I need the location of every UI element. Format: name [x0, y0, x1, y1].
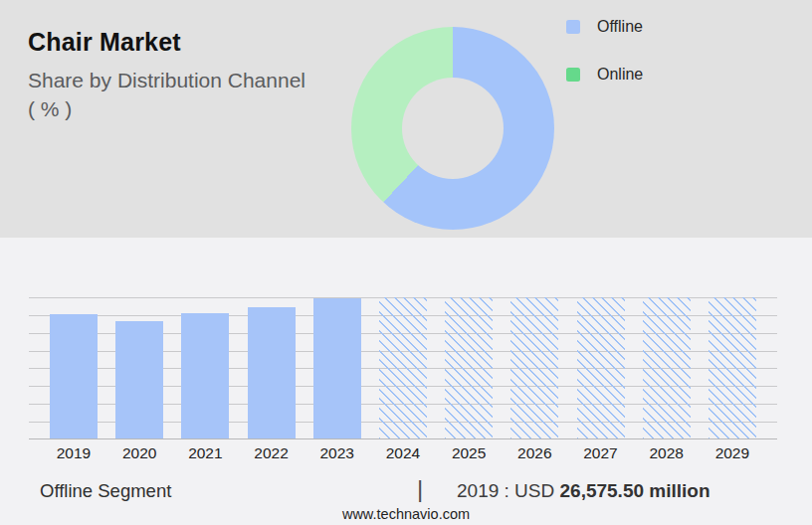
segment-label: Offline Segment — [40, 480, 171, 502]
bar-slot — [115, 297, 163, 438]
x-axis-label-2021: 2021 — [181, 444, 229, 462]
subtitle-line-1: Share by Distribution Channel — [28, 66, 305, 94]
chart-legend: OfflineOnline — [566, 13, 643, 108]
bar-slot — [445, 297, 493, 438]
x-axis-label-2024: 2024 — [379, 444, 427, 462]
bar-2023 — [313, 298, 361, 438]
x-axis-label-2027: 2027 — [577, 444, 625, 462]
subtitle-line-2: ( % ) — [28, 94, 305, 123]
bar-chart-section: 2019202020212022202320242025202620272028… — [0, 238, 812, 525]
legend-label: Online — [597, 66, 643, 84]
bar-slot — [709, 297, 756, 438]
forecast-bar-2024 — [379, 297, 427, 438]
x-axis-label-2025: 2025 — [445, 444, 493, 462]
x-axis-label-2023: 2023 — [313, 444, 361, 462]
bar-slot — [379, 297, 427, 438]
bar-slot — [248, 297, 296, 438]
bar-2020 — [115, 321, 163, 438]
bar-2022 — [248, 307, 296, 439]
legend-item: Online — [566, 61, 643, 88]
caption-separator: | — [417, 475, 423, 503]
x-axis-label-2022: 2022 — [248, 444, 296, 462]
header-section: Chair Market Share by Distribution Chann… — [0, 0, 812, 238]
page-subtitle: Share by Distribution Channel ( % ) — [28, 66, 305, 123]
forecast-bar-2027 — [577, 297, 625, 438]
website-link[interactable]: www.technavio.com — [0, 506, 812, 522]
x-axis-label-2028: 2028 — [643, 444, 691, 462]
x-axis-labels: 2019202020212022202320242025202620272028… — [29, 444, 777, 462]
infographic-page: Chair Market Share by Distribution Chann… — [0, 0, 812, 525]
bar-2019 — [50, 314, 98, 438]
bar-slot — [50, 297, 98, 438]
bars-container — [29, 297, 777, 438]
x-axis-label-2020: 2020 — [115, 444, 163, 462]
legend-label: Offline — [597, 18, 643, 36]
bar-slot — [510, 297, 558, 438]
x-axis-label-2026: 2026 — [510, 444, 558, 462]
page-title: Chair Market — [28, 28, 305, 57]
forecast-bar-2026 — [510, 297, 558, 438]
caption-value-bold: 26,575.50 million — [560, 480, 710, 501]
bar-slot — [313, 297, 361, 438]
caption-value: 2019 : USD 26,575.50 million — [457, 480, 710, 502]
legend-swatch-icon — [566, 68, 580, 82]
x-axis-label-2029: 2029 — [709, 444, 756, 462]
forecast-bar-2025 — [445, 297, 493, 438]
forecast-bar-2028 — [643, 297, 691, 438]
title-block: Chair Market Share by Distribution Chann… — [28, 28, 305, 123]
donut-hole — [402, 78, 504, 179]
bar-slot — [643, 297, 691, 438]
caption-row: Offline Segment | 2019 : USD 26,575.50 m… — [0, 478, 812, 506]
bar-chart-plot-area — [29, 297, 777, 439]
legend-item: Offline — [566, 13, 643, 40]
legend-swatch-icon — [566, 20, 580, 34]
caption-value-prefix: 2019 : USD — [457, 480, 560, 501]
donut-chart — [351, 27, 554, 230]
x-axis-label-2019: 2019 — [50, 444, 98, 462]
bar-slot — [181, 297, 229, 438]
forecast-bar-2029 — [709, 297, 756, 438]
bar-2021 — [181, 313, 229, 438]
bar-slot — [577, 297, 625, 438]
